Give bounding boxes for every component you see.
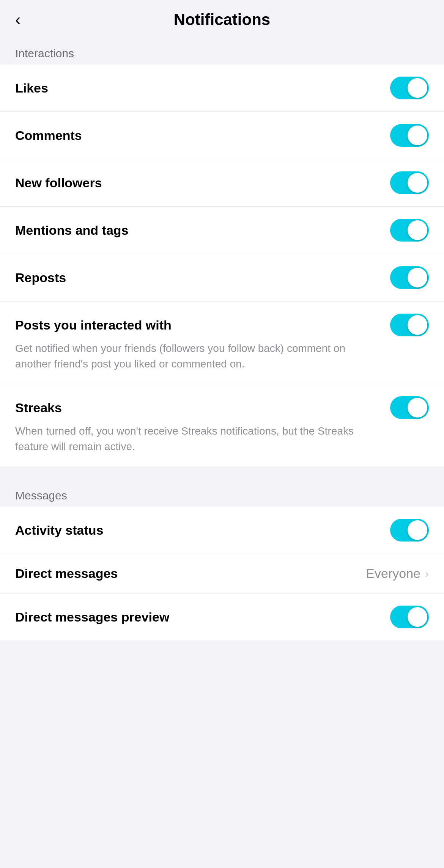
- direct-messages-preview-label: Direct messages preview: [15, 610, 169, 625]
- posts-interacted-row: Posts you interacted with Get notified w…: [0, 301, 444, 384]
- streaks-thumb: [408, 398, 427, 418]
- mentions-tags-thumb: [408, 220, 427, 240]
- interactions-card: Likes Comments New followers Mentions an…: [0, 64, 444, 466]
- likes-thumb: [408, 78, 427, 98]
- reposts-row: Reposts: [0, 254, 444, 301]
- comments-thumb: [408, 126, 427, 145]
- posts-interacted-thumb: [408, 315, 427, 335]
- posts-interacted-desc: Get notified when your friends (follower…: [15, 341, 367, 372]
- new-followers-row: New followers: [0, 159, 444, 207]
- streaks-row: Streaks When turned off, you won't recei…: [0, 384, 444, 466]
- chevron-right-icon: ›: [425, 567, 429, 580]
- streaks-label: Streaks: [15, 400, 62, 415]
- direct-messages-nav-right: Everyone ›: [366, 566, 429, 581]
- reposts-label: Reposts: [15, 270, 66, 285]
- posts-interacted-toggle[interactable]: [390, 314, 429, 336]
- page-title: Notifications: [174, 11, 270, 29]
- activity-status-label: Activity status: [15, 523, 103, 538]
- streaks-desc: When turned off, you won't receive Strea…: [15, 424, 367, 454]
- mentions-tags-label: Mentions and tags: [15, 223, 128, 238]
- reposts-toggle[interactable]: [390, 266, 429, 289]
- activity-status-thumb: [408, 520, 427, 540]
- section-spacer-1: [0, 466, 444, 482]
- streaks-top: Streaks: [15, 396, 429, 419]
- comments-label: Comments: [15, 128, 82, 143]
- new-followers-toggle[interactable]: [390, 171, 429, 194]
- likes-row: Likes: [0, 64, 444, 112]
- comments-toggle[interactable]: [390, 124, 429, 147]
- direct-messages-label: Direct messages: [15, 566, 118, 581]
- direct-messages-row[interactable]: Direct messages Everyone ›: [0, 554, 444, 593]
- direct-messages-preview-toggle[interactable]: [390, 606, 429, 628]
- activity-status-toggle[interactable]: [390, 519, 429, 542]
- messages-card: Activity status Direct messages Everyone…: [0, 507, 444, 640]
- new-followers-label: New followers: [15, 176, 102, 190]
- likes-toggle[interactable]: [390, 77, 429, 99]
- mentions-tags-toggle[interactable]: [390, 219, 429, 242]
- reposts-thumb: [408, 268, 427, 287]
- activity-status-row: Activity status: [0, 507, 444, 554]
- messages-section-label: Messages: [0, 482, 444, 507]
- likes-label: Likes: [15, 81, 48, 96]
- streaks-toggle[interactable]: [390, 396, 429, 419]
- mentions-tags-row: Mentions and tags: [0, 207, 444, 254]
- back-icon: ‹: [15, 11, 20, 29]
- new-followers-thumb: [408, 173, 427, 193]
- posts-interacted-top: Posts you interacted with: [15, 314, 429, 336]
- posts-interacted-label: Posts you interacted with: [15, 318, 172, 333]
- back-button[interactable]: ‹: [15, 11, 20, 29]
- header: ‹ Notifications: [0, 0, 444, 39]
- direct-messages-preview-row: Direct messages preview: [0, 593, 444, 640]
- direct-messages-value: Everyone: [366, 566, 420, 581]
- direct-messages-preview-thumb: [408, 607, 427, 627]
- comments-row: Comments: [0, 112, 444, 159]
- interactions-section-label: Interactions: [0, 39, 444, 64]
